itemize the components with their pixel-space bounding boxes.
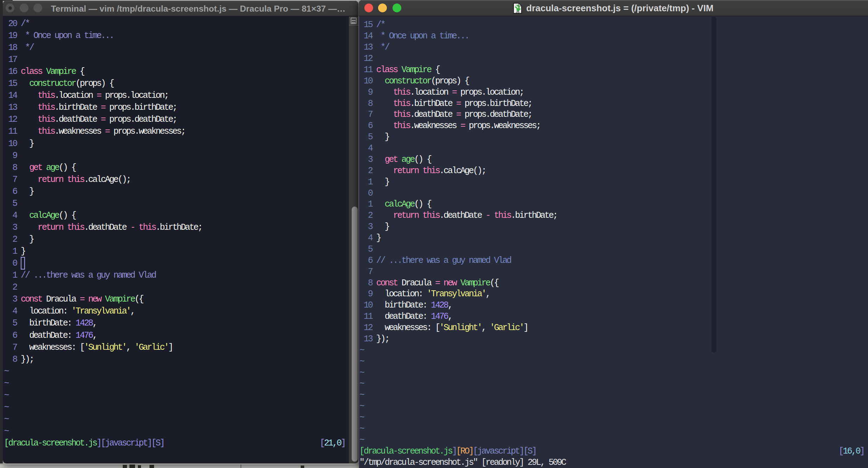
- svg-text:JS: JS: [516, 10, 520, 14]
